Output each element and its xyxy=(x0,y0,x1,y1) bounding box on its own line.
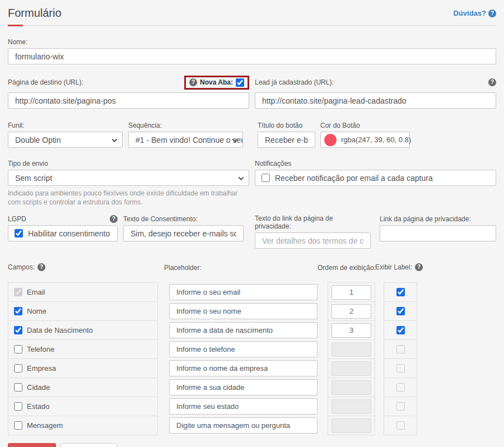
campo-placeholder-input[interactable] xyxy=(169,360,318,376)
destino-column: Página de destino (URL): ? Nova Aba: xyxy=(8,74,249,109)
nome-label: Nome: xyxy=(8,38,496,46)
campo-checkbox[interactable] xyxy=(14,288,22,296)
campo-exibir-cell xyxy=(384,416,417,435)
campo-label: Mensagem xyxy=(27,421,63,430)
campo-checkbox[interactable] xyxy=(14,345,22,353)
lead-url-input[interactable] xyxy=(255,92,496,109)
cor-botao-value: rgba(247, 39, 60, 0.8) xyxy=(341,136,411,144)
texto-consentimento-input[interactable] xyxy=(123,225,244,241)
lgpd-label: LGPD xyxy=(8,215,26,223)
save-button[interactable]: ✔ Salvar xyxy=(8,443,56,447)
campo-placeholder-input[interactable] xyxy=(169,398,318,415)
campo-ordem-input[interactable] xyxy=(332,399,371,414)
campo-placeholder-cell xyxy=(158,378,318,397)
campo-exibir-cell xyxy=(384,378,417,397)
duvidas-link-label: Dúvidas? xyxy=(453,9,486,17)
tipo-envio-select[interactable]: Sem script xyxy=(8,170,249,186)
campos-help-icon[interactable]: ? xyxy=(38,263,45,271)
exibir-header-label: Exibir Label: xyxy=(375,263,412,271)
funil-label: Funil: xyxy=(8,122,24,129)
texto-link-privacidade-column: Texto do link da página de privacidade: xyxy=(255,215,371,249)
campo-ordem-input[interactable] xyxy=(332,418,371,433)
nova-aba-checkbox[interactable] xyxy=(236,78,244,87)
nova-aba-help-icon[interactable]: ? xyxy=(189,78,197,86)
campo-placeholder-cell xyxy=(158,397,318,416)
texto-link-privacidade-label: Texto do link da página de privacidade: xyxy=(255,215,371,230)
campo-exibir-checkbox[interactable] xyxy=(396,421,405,430)
campo-cell: Telefone xyxy=(8,339,158,359)
campo-ordem-input[interactable] xyxy=(332,304,371,319)
campo-ordem-input[interactable] xyxy=(332,342,371,357)
campo-ordem-cell xyxy=(328,301,375,321)
campo-placeholder-cell xyxy=(158,339,318,359)
campo-checkbox[interactable] xyxy=(14,383,22,392)
link-privacidade-label: Link da página de privacidade: xyxy=(380,215,471,223)
help-icon[interactable]: ? xyxy=(488,10,496,17)
campo-exibir-checkbox[interactable] xyxy=(396,364,405,372)
campo-ordem-input[interactable] xyxy=(332,285,371,300)
campo-checkbox[interactable] xyxy=(14,364,22,372)
lgpd-checkbox-label: Habilitar consentimento xyxy=(28,229,110,238)
campo-exibir-checkbox[interactable] xyxy=(396,345,405,353)
funil-row: Funil: Double Optin Sequência: #1 - Bem … xyxy=(8,121,496,148)
campo-exibir-checkbox[interactable] xyxy=(396,326,405,334)
destino-label: Página de destino (URL): xyxy=(8,78,83,86)
cancel-button[interactable]: ⊘ Cancelar xyxy=(60,443,117,447)
campo-placeholder-cell xyxy=(158,358,318,378)
campo-exibir-checkbox[interactable] xyxy=(396,402,405,411)
link-privacidade-input[interactable] xyxy=(380,225,496,241)
funil-select[interactable]: Double Optin xyxy=(8,132,123,148)
campo-exibir-checkbox[interactable] xyxy=(396,383,405,392)
campo-exibir-checkbox[interactable] xyxy=(396,307,405,315)
notificacoes-column: Notificações Receber notificação por ema… xyxy=(255,159,496,186)
campo-ordem-cell xyxy=(328,282,375,302)
cor-botao-picker[interactable]: rgba(247, 39, 60, 0.8) xyxy=(320,132,410,148)
nome-input[interactable] xyxy=(8,48,496,64)
destino-url-input[interactable] xyxy=(8,92,249,109)
color-swatch[interactable] xyxy=(324,134,337,146)
lgpd-help-icon[interactable]: ? xyxy=(110,215,118,223)
campo-exibir-checkbox[interactable] xyxy=(396,288,405,296)
envio-row: Tipo de envio Sem script Indicado para a… xyxy=(8,159,496,207)
notificacoes-checkbox[interactable] xyxy=(262,174,270,182)
campo-placeholder-input[interactable] xyxy=(169,417,318,434)
campo-checkbox[interactable] xyxy=(14,402,22,411)
campo-label: Cidade xyxy=(27,383,50,392)
exibir-help-icon[interactable]: ? xyxy=(415,263,423,271)
campo-placeholder-input[interactable] xyxy=(169,284,318,300)
texto-consentimento-label: Texto de Consentimento: xyxy=(123,215,198,223)
texto-link-privacidade-input[interactable] xyxy=(255,232,371,249)
lead-help-icon[interactable]: ? xyxy=(488,78,496,86)
campo-checkbox[interactable] xyxy=(14,326,22,334)
placeholder-header-label: Placeholder: xyxy=(164,264,202,272)
campo-checkbox[interactable] xyxy=(14,307,22,315)
ordem-header-label: Ordem de exibição: xyxy=(318,264,376,272)
funil-column: Funil: Double Optin xyxy=(8,121,123,148)
campo-placeholder-input[interactable] xyxy=(169,341,318,357)
campo-exibir-cell xyxy=(384,397,417,416)
campo-placeholder-input[interactable] xyxy=(169,303,318,319)
campo-placeholder-input[interactable] xyxy=(169,322,318,338)
cor-botao-column: Cor do Botão rgba(247, 39, 60, 0.8) xyxy=(320,121,410,148)
header-divider-accent xyxy=(8,25,23,26)
tipo-envio-label: Tipo de envio xyxy=(8,160,48,167)
lgpd-checkbox[interactable] xyxy=(15,229,23,238)
campo-exibir-cell xyxy=(384,358,417,378)
titulo-botao-input[interactable] xyxy=(258,132,315,148)
campo-checkbox[interactable] xyxy=(14,421,22,430)
sequencia-select[interactable]: #1 - Bem vindo! Continue o seu c xyxy=(128,132,243,148)
campo-ordem-cell xyxy=(328,339,375,359)
campo-placeholder-input[interactable] xyxy=(169,379,318,395)
tipo-envio-selected-value: Sem script xyxy=(15,174,52,183)
duvidas-link[interactable]: Dúvidas? ? xyxy=(453,9,496,17)
campo-ordem-cell xyxy=(328,416,375,435)
campo-cell: Nome xyxy=(8,301,158,321)
campo-ordem-input[interactable] xyxy=(332,323,371,338)
campo-ordem-input[interactable] xyxy=(332,380,371,395)
campo-row: Cidade xyxy=(8,378,496,397)
campo-label: Nome xyxy=(27,307,46,315)
campo-exibir-cell xyxy=(384,301,417,321)
funil-selected-value: Double Optin xyxy=(15,136,61,145)
lgpd-box: Habilitar consentimento xyxy=(8,225,118,241)
campo-ordem-input[interactable] xyxy=(332,361,371,376)
